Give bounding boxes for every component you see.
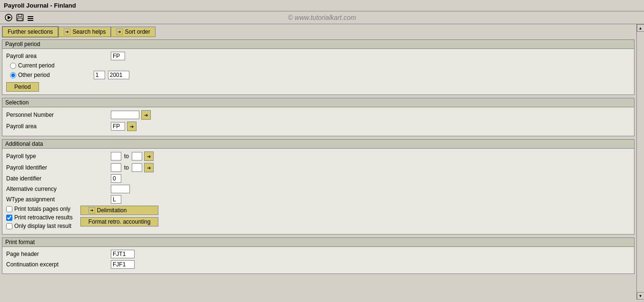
page-header-row: Page header (6, 250, 630, 258)
svg-marker-1 (8, 16, 11, 19)
save-icon[interactable] (15, 13, 25, 22)
payroll-type-to-input[interactable] (132, 152, 142, 160)
additional-data-title: Additional data (2, 140, 634, 149)
payroll-identifier-to-input[interactable] (132, 163, 142, 172)
main-content: ▲ ▼ Further selections ➔ Search helps ➔ … (0, 24, 644, 300)
wtype-label: WType assignment (6, 196, 111, 203)
scroll-up-arrow[interactable]: ▲ (637, 24, 644, 32)
selection-payroll-area-input[interactable] (111, 122, 125, 131)
tab-sort-order-label: Sort order (125, 28, 150, 35)
tab-search-helps-label: Search helps (72, 28, 106, 35)
payroll-type-row: Payroll type to ➔ (6, 151, 630, 161)
payroll-identifier-arrow-btn[interactable]: ➔ (144, 163, 154, 172)
selection-body: Personnel Number ➔ Payroll area ➔ (2, 107, 634, 136)
delimitation-button[interactable]: ➔ Delimitation (80, 206, 159, 215)
delimitation-arrow-icon: ➔ (88, 207, 95, 214)
only-display-last-row: Only display last result (6, 223, 73, 229)
tab-search-helps-arrow: ➔ (64, 28, 70, 35)
tab-sort-order[interactable]: ➔ Sort order (111, 27, 155, 37)
alt-currency-label: Alternative currency (6, 186, 111, 192)
svg-rect-6 (28, 18, 33, 19)
payroll-period-title: Payroll period (2, 40, 634, 49)
tab-search-helps[interactable]: ➔ Search helps (59, 27, 111, 37)
scroll-down-arrow[interactable]: ▼ (637, 292, 644, 300)
print-retro-row: Print retroactive results (6, 214, 73, 221)
continuation-excerpt-label: Continuation excerpt (6, 261, 111, 268)
page-header-label: Page header (6, 251, 111, 257)
current-period-radio[interactable] (10, 63, 16, 69)
selection-title: Selection (2, 98, 634, 107)
date-identifier-row: Date identifier (6, 174, 630, 183)
payroll-type-arrow-btn[interactable]: ➔ (144, 151, 154, 161)
payroll-type-label: Payroll type (6, 153, 111, 160)
checkbox-buttons-area: Print totals pages only Print retroactiv… (6, 206, 630, 231)
checkboxes-col: Print totals pages only Print retroactiv… (6, 206, 73, 231)
svg-rect-7 (28, 20, 33, 21)
period-button[interactable]: Period (6, 82, 39, 92)
format-retro-label: Format retro. accounting (88, 218, 151, 225)
execute-icon[interactable] (4, 13, 13, 22)
title-bar: Payroll Journal - Finland (0, 0, 644, 11)
additional-data-section: Additional data Payroll type to ➔ Payrol… (2, 139, 634, 235)
print-totals-label: Print totals pages only (14, 206, 70, 212)
alt-currency-input[interactable] (111, 185, 130, 193)
period-btn-row: Period (6, 81, 630, 92)
payroll-area-row: Payroll area (6, 52, 630, 60)
other-period-row: Other period (10, 71, 630, 79)
watermark: © www.tutorialkart.com (288, 14, 356, 21)
tab-bar: Further selections ➔ Search helps ➔ Sort… (2, 26, 642, 38)
current-period-row: Current period (10, 62, 630, 69)
other-period-year-input[interactable] (108, 71, 129, 79)
print-format-title: Print format (2, 238, 634, 247)
toolbar: © www.tutorialkart.com (0, 11, 644, 24)
date-identifier-label: Date identifier (6, 175, 111, 182)
continuation-excerpt-input[interactable] (111, 260, 135, 269)
scrollbar[interactable]: ▲ ▼ (636, 24, 644, 300)
other-period-label: Other period (18, 72, 50, 78)
svg-rect-4 (18, 18, 22, 20)
payroll-area-input[interactable] (111, 52, 125, 60)
alt-currency-row: Alternative currency (6, 185, 630, 193)
payroll-area-label: Payroll area (6, 53, 111, 59)
payroll-period-body: Payroll area Current period Other period… (2, 49, 634, 94)
personnel-number-row: Personnel Number ➔ (6, 110, 630, 120)
format-retro-button[interactable]: Format retro. accounting (80, 217, 159, 226)
tab-further-selections[interactable]: Further selections (2, 26, 59, 38)
current-period-label: Current period (18, 62, 55, 69)
only-display-last-checkbox[interactable] (6, 223, 12, 229)
only-display-last-label: Only display last result (14, 223, 71, 229)
payroll-identifier-to-label: to (124, 164, 129, 171)
page-header-input[interactable] (111, 250, 135, 258)
print-retro-checkbox[interactable] (6, 215, 12, 221)
selection-payroll-area-label: Payroll area (6, 123, 111, 130)
personnel-number-arrow-btn[interactable]: ➔ (141, 110, 151, 120)
print-format-body: Page header Continuation excerpt (2, 247, 634, 274)
print-totals-row: Print totals pages only (6, 206, 73, 212)
print-totals-checkbox[interactable] (6, 206, 12, 212)
continuation-excerpt-row: Continuation excerpt (6, 260, 630, 269)
tab-sort-order-arrow: ➔ (116, 28, 123, 35)
additional-data-body: Payroll type to ➔ Payroll Identifier to … (2, 149, 634, 234)
app-title: Payroll Journal - Finland (4, 2, 76, 9)
other-period-radio[interactable] (10, 72, 16, 78)
print-format-section: Print format Page header Continuation ex… (2, 237, 634, 274)
find-icon[interactable] (27, 13, 36, 22)
date-identifier-input[interactable] (111, 174, 121, 183)
payroll-type-to-label: to (124, 153, 129, 160)
action-btns-col: ➔ Delimitation Format retro. accounting (80, 206, 159, 226)
wtype-input[interactable] (111, 195, 121, 204)
personnel-number-label: Personnel Number (6, 112, 111, 118)
selection-payroll-area-arrow-btn[interactable]: ➔ (127, 122, 137, 131)
delimitation-label: Delimitation (97, 207, 127, 214)
print-retro-label: Print retroactive results (14, 214, 73, 221)
personnel-number-input[interactable] (111, 111, 139, 119)
payroll-period-section: Payroll period Payroll area Current peri… (2, 39, 634, 95)
payroll-identifier-row: Payroll Identifier to ➔ (6, 163, 630, 172)
payroll-identifier-label: Payroll Identifier (6, 164, 111, 171)
selection-payroll-area-row: Payroll area ➔ (6, 122, 630, 131)
svg-rect-5 (28, 16, 33, 17)
payroll-identifier-input[interactable] (111, 163, 121, 172)
tab-further-selections-label: Further selections (8, 28, 53, 35)
payroll-type-input[interactable] (111, 152, 121, 160)
other-period-num-input[interactable] (94, 71, 105, 79)
